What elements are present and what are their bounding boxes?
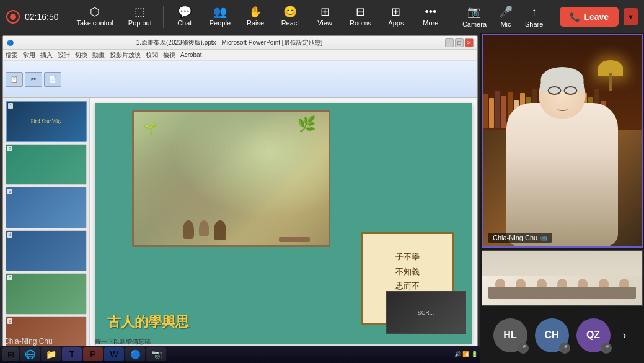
- menu-file[interactable]: 檔案: [6, 51, 18, 60]
- taskbar-apps: 🌐 📁 T P W 🔵 📷: [20, 347, 166, 361]
- mic-button[interactable]: 🎤 Mic: [494, 2, 518, 30]
- apps-icon: ⊞: [391, 6, 400, 17]
- leave-chevron-button[interactable]: ▼: [624, 8, 638, 25]
- slides-panel: 1 Find Your Why 2 3 4 5: [3, 98, 90, 360]
- tree-1: 🌿: [298, 115, 316, 133]
- classroom-table: [488, 287, 636, 299]
- timer-display: 02:16:50: [25, 12, 59, 22]
- top-bar-left: 02:16:50: [6, 10, 59, 24]
- ribbon-btn-2[interactable]: ✂: [25, 72, 42, 87]
- top-bar: 02:16:50 ⬡ Take control ⬚ Pop out 💬 Chat…: [0, 0, 644, 33]
- painting-inner: 🌿 🌱: [134, 112, 329, 245]
- participant-qz[interactable]: QZ 🎤: [576, 318, 611, 352]
- take-control-button[interactable]: ⬡ Take control: [71, 4, 120, 29]
- participants-chevron-button[interactable]: ›: [618, 324, 632, 347]
- leave-phone-icon: 📞: [570, 12, 580, 22]
- taskbar-ppt[interactable]: P: [83, 347, 103, 361]
- slide-thumb-5[interactable]: 5: [6, 273, 87, 314]
- rooms-label: Rooms: [350, 19, 371, 27]
- ppt-title-bar: 🔵 1.原畫架現(2023修復版).pptx - Microsoft Power…: [3, 36, 477, 50]
- participant-qz-mic: 🎤: [601, 343, 612, 354]
- chat-button[interactable]: 💬 Chat: [169, 4, 201, 29]
- taskbar: ⊞ 🌐 📁 T P W 🔵 📷 🔊 📶 🔋: [0, 346, 480, 363]
- ppt-window: 🔵 1.原畫架現(2023修復版).pptx - Microsoft Power…: [2, 35, 478, 361]
- speaker-head: [539, 69, 586, 119]
- participant-ch[interactable]: CH 🎤: [535, 318, 569, 352]
- slide-canvas: 🌿 🌱: [95, 103, 472, 344]
- react-icon: 😊: [283, 6, 297, 17]
- participant-strip: HL 🎤 CH 🎤 QZ 🎤 ›: [480, 307, 644, 363]
- speaker-name: Chia-Ning Chu: [493, 234, 537, 241]
- more-icon: •••: [425, 6, 436, 17]
- menu-review[interactable]: 校閱: [146, 51, 158, 60]
- toolbar-separator-2: [452, 6, 452, 28]
- people-button[interactable]: 👥 People: [203, 4, 237, 29]
- video-overlay-on-slide: SCR...: [386, 291, 466, 334]
- taskbar-other-2[interactable]: 📷: [146, 347, 166, 361]
- mic-icon: 🎤: [499, 5, 513, 19]
- slide-main-text: 古人的學與思: [107, 313, 189, 331]
- slide-thumb-4[interactable]: 4: [6, 230, 87, 271]
- slide-number-5: 5: [7, 275, 12, 280]
- view-button[interactable]: ⊞ View: [309, 4, 341, 29]
- view-icon: ⊞: [320, 6, 330, 17]
- scr-badge: SCR...: [418, 310, 434, 316]
- pop-out-label: Pop out: [128, 19, 152, 27]
- apps-button[interactable]: ⊞ Apps: [380, 4, 412, 29]
- record-ring-icon: [6, 10, 20, 24]
- slide-number-4: 4: [7, 232, 12, 238]
- ppt-ribbon: 📋 ✂ 📄: [3, 61, 477, 98]
- share-button[interactable]: ↑ Share: [520, 3, 548, 30]
- slide-thumb-3[interactable]: 3: [6, 187, 87, 228]
- taskbar-explorer[interactable]: 📁: [41, 347, 61, 361]
- speaker-mouth: [557, 107, 568, 111]
- menu-slideshow[interactable]: 投影片放映: [110, 51, 141, 60]
- menu-view[interactable]: 檢視: [163, 51, 175, 60]
- menu-design[interactable]: 設計: [58, 51, 70, 60]
- taskbar-edge[interactable]: 🌐: [20, 347, 40, 361]
- taskbar-word[interactable]: W: [104, 347, 124, 361]
- ppt-close-button[interactable]: ✕: [465, 38, 474, 47]
- taskbar-other-1[interactable]: 🔵: [125, 347, 145, 361]
- take-control-icon: ⬡: [90, 6, 100, 17]
- menu-home[interactable]: 常用: [23, 51, 35, 60]
- camera-button[interactable]: 📷 Camera: [457, 2, 492, 30]
- more-label: More: [423, 19, 438, 27]
- menu-animations[interactable]: 動畫: [92, 51, 105, 60]
- main-content-area: 🔵 1.原畫架現(2023修復版).pptx - Microsoft Power…: [0, 33, 480, 363]
- leave-button[interactable]: 📞 Leave: [560, 7, 619, 27]
- chat-icon: 💬: [178, 6, 192, 17]
- participant-hl[interactable]: HL 🎤: [493, 318, 527, 352]
- ppt-win-controls: — □ ✕: [445, 38, 474, 47]
- tree-2: 🌱: [143, 122, 157, 135]
- participant-hl-initials: HL: [503, 329, 516, 341]
- speaker-body: [506, 103, 617, 246]
- glass-left: [547, 86, 561, 95]
- slide-thumb-2[interactable]: 2: [6, 144, 87, 185]
- ppt-restore-button[interactable]: □: [455, 38, 464, 47]
- taskbar-start-button[interactable]: ⊞: [2, 347, 19, 361]
- speaker-glasses: [545, 86, 580, 95]
- right-panel: Chia-Ning Chu 📹 HL 🎤 CH 🎤: [480, 33, 644, 363]
- rooms-button[interactable]: ⊟ Rooms: [343, 4, 377, 29]
- slide-thumb-1[interactable]: 1 Find Your Why: [6, 101, 87, 142]
- raise-icon: ✋: [249, 6, 262, 17]
- ribbon-btn-3[interactable]: 📄: [44, 72, 61, 87]
- pop-out-button[interactable]: ⬚ Pop out: [122, 4, 158, 29]
- react-button[interactable]: 😊 React: [274, 4, 306, 29]
- table-prop: [279, 237, 310, 242]
- slide-painting: 🌿 🌱: [132, 110, 330, 247]
- figure-2: [199, 220, 209, 236]
- more-button[interactable]: ••• More: [415, 4, 447, 29]
- taskbar-teams[interactable]: T: [62, 347, 82, 361]
- menu-transitions[interactable]: 切換: [75, 51, 87, 60]
- menu-insert[interactable]: 插入: [40, 51, 53, 60]
- ribbon-btn-1[interactable]: 📋: [6, 72, 23, 87]
- menu-acrobat[interactable]: Acrobat: [180, 52, 201, 58]
- raise-button[interactable]: ✋ Raise: [239, 4, 271, 29]
- speaker-video-bg: [483, 35, 642, 246]
- slide-number-2: 2: [7, 146, 12, 151]
- ppt-minimize-button[interactable]: —: [445, 38, 454, 47]
- speaker-name-tag: Chia-Ning Chu 📹: [488, 233, 552, 243]
- chevron-down-icon: ▼: [627, 13, 634, 20]
